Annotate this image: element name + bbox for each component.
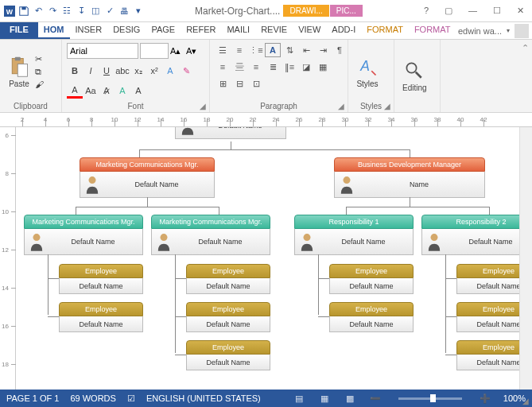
qat-icon-5[interactable]: ↧ bbox=[75, 5, 87, 17]
org-box-l2-1[interactable]: Business Development ManagerName bbox=[334, 157, 485, 198]
editing-button[interactable]: Editing bbox=[399, 58, 430, 94]
read-mode-icon[interactable]: ▤ bbox=[292, 392, 306, 405]
tab-view[interactable]: VIEW bbox=[293, 22, 326, 39]
cut-icon[interactable]: ✂ bbox=[35, 54, 44, 64]
proofing-icon[interactable]: ☑ bbox=[127, 393, 135, 404]
user-account[interactable]: edwin wa... ▾ bbox=[458, 22, 532, 39]
tab-mailings[interactable]: MAILI bbox=[221, 22, 255, 39]
zoom-thumb[interactable] bbox=[430, 394, 436, 402]
paste-button[interactable]: Paste bbox=[5, 54, 33, 90]
font-color-icon[interactable]: A bbox=[67, 83, 83, 99]
print-icon[interactable]: 🖶 bbox=[118, 5, 130, 17]
org-box-l3-0[interactable]: Marketing Communications Mgr.Default Nam… bbox=[24, 215, 143, 255]
ruler-vertical[interactable]: 681012141618 bbox=[0, 127, 16, 390]
clipboard-dialog-launcher-icon[interactable]: ◢ bbox=[522, 397, 529, 405]
org-box-l3-1[interactable]: Marketing Communications Mgr.Default Nam… bbox=[151, 215, 270, 255]
org-box-l3-2[interactable]: Responsibility 1Default Name bbox=[294, 215, 414, 255]
close-icon[interactable]: ✕ bbox=[512, 4, 529, 17]
tab-page-layout[interactable]: PAGE bbox=[146, 22, 181, 39]
bullets-icon[interactable]: ☰ bbox=[215, 43, 231, 57]
minimize-icon[interactable]: — bbox=[464, 4, 482, 17]
print-layout-icon[interactable]: ▦ bbox=[317, 392, 332, 405]
underline-button[interactable]: U bbox=[99, 63, 115, 79]
tab-home[interactable]: HOM bbox=[38, 22, 70, 39]
font-size-select[interactable] bbox=[140, 43, 169, 59]
decrease-indent-icon[interactable]: ⇤ bbox=[298, 43, 314, 57]
zoom-out-icon[interactable]: ➖ bbox=[368, 392, 382, 405]
language-indicator[interactable]: ENGLISH (UNITED STATES) bbox=[146, 393, 261, 403]
undo-icon[interactable]: ↶ bbox=[32, 5, 45, 17]
para-extra-2[interactable]: ⊟ bbox=[231, 76, 247, 91]
org-box-l2-0[interactable]: Marketing Communications Mgr.Default Nam… bbox=[80, 157, 215, 198]
tab-references[interactable]: REFER bbox=[181, 22, 221, 39]
show-marks-icon[interactable]: ¶ bbox=[332, 43, 348, 57]
line-spacing-icon[interactable]: ‖≡ bbox=[282, 60, 297, 74]
org-box-emp-3-1[interactable]: EmployeeDefault Name bbox=[456, 302, 519, 332]
redo-icon[interactable]: ↷ bbox=[46, 5, 59, 17]
page-indicator[interactable]: PAGE 1 OF 1 bbox=[6, 393, 59, 403]
org-box-emp-1-0[interactable]: EmployeeDefault Name bbox=[186, 264, 270, 294]
strikethrough-button[interactable]: abc bbox=[115, 63, 130, 79]
org-box-l3-3[interactable]: Responsibility 2Default Name bbox=[421, 215, 519, 255]
align-center-icon[interactable]: 亖 bbox=[231, 60, 247, 74]
multilevel-icon[interactable]: ⋮≡ bbox=[248, 43, 264, 57]
change-case-icon[interactable]: Aa bbox=[83, 83, 99, 99]
org-box-emp-3-0[interactable]: EmployeeDefault Name bbox=[456, 264, 519, 294]
align-right-icon[interactable]: ≡ bbox=[248, 60, 264, 74]
clear-formatting-icon[interactable]: A̷ bbox=[99, 83, 115, 99]
para-extra-1[interactable]: ⊞ bbox=[215, 76, 231, 91]
tab-insert[interactable]: INSER bbox=[70, 22, 108, 39]
borders-icon[interactable]: ▦ bbox=[315, 60, 331, 74]
tab-format-drawing[interactable]: FORMAT bbox=[361, 22, 409, 39]
format-painter-icon[interactable]: 🖌 bbox=[35, 79, 44, 89]
org-box-emp-3-2[interactable]: EmployeeDefault Name bbox=[456, 340, 519, 370]
org-box-top[interactable]: Default Name bbox=[175, 127, 286, 139]
sort-icon[interactable]: ⇅ bbox=[282, 43, 297, 57]
org-box-emp-2-0[interactable]: EmployeeDefault Name bbox=[329, 264, 414, 294]
text-effects-icon[interactable]: A bbox=[162, 63, 178, 79]
tab-format-picture[interactable]: FORMAT bbox=[409, 22, 456, 39]
document-canvas[interactable]: Default NameMarketing Communications Mgr… bbox=[16, 127, 519, 390]
increase-indent-icon[interactable]: ⇥ bbox=[315, 43, 331, 57]
zoom-slider[interactable] bbox=[398, 397, 462, 400]
vertical-scrollbar[interactable] bbox=[519, 127, 532, 390]
tab-review[interactable]: REVIE bbox=[255, 22, 293, 39]
qat-icon-4[interactable]: ☷ bbox=[60, 5, 73, 17]
zoom-in-icon[interactable]: ➕ bbox=[478, 392, 492, 405]
styles-dialog-launcher-icon[interactable]: ◢ bbox=[384, 102, 390, 110]
tab-file[interactable]: FILE bbox=[0, 22, 38, 39]
italic-button[interactable]: I bbox=[83, 63, 99, 79]
subscript-button[interactable]: x₂ bbox=[130, 63, 146, 79]
word-count[interactable]: 69 WORDS bbox=[70, 393, 115, 403]
collapse-ribbon-icon[interactable]: ⌃ bbox=[522, 43, 529, 53]
web-layout-icon[interactable]: ▩ bbox=[343, 392, 357, 405]
shading-icon[interactable]: ◪ bbox=[298, 60, 314, 74]
text-highlight-icon[interactable]: A bbox=[115, 83, 130, 99]
ruler-horizontal[interactable]: 24681012141618202224262830323436384042 bbox=[0, 113, 532, 127]
font-btn-extra[interactable]: A bbox=[130, 83, 146, 99]
numbering-icon[interactable]: ≡ bbox=[231, 43, 247, 57]
grow-font-icon[interactable]: A▴ bbox=[170, 46, 184, 56]
org-box-emp-1-1[interactable]: EmployeeDefault Name bbox=[186, 302, 270, 332]
superscript-button[interactable]: x² bbox=[146, 63, 162, 79]
maximize-icon[interactable]: ☐ bbox=[488, 4, 506, 17]
tab-design[interactable]: DESIG bbox=[107, 22, 146, 39]
help-icon[interactable]: ? bbox=[419, 4, 433, 17]
font-dialog-launcher-icon[interactable]: ◢ bbox=[200, 102, 206, 110]
save-icon[interactable] bbox=[17, 5, 30, 17]
paragraph-dialog-launcher-icon[interactable]: ◢ bbox=[338, 102, 344, 110]
org-box-emp-1-2[interactable]: EmployeeDefault Name bbox=[186, 340, 270, 370]
font-family-select[interactable] bbox=[67, 43, 138, 59]
ribbon-options-icon[interactable]: ▢ bbox=[440, 4, 457, 17]
qat-dropdown-icon[interactable]: ▾ bbox=[132, 5, 145, 17]
justify-icon[interactable]: ≣ bbox=[265, 60, 281, 74]
text-box-a-icon[interactable]: A bbox=[265, 43, 281, 57]
highlight-icon[interactable]: ✎ bbox=[178, 63, 194, 79]
styles-button[interactable]: A Styles bbox=[353, 54, 382, 90]
qat-icon-6[interactable]: ◫ bbox=[89, 5, 102, 17]
align-left-icon[interactable]: ≡ bbox=[215, 60, 231, 74]
para-extra-3[interactable]: ⊡ bbox=[248, 76, 264, 91]
org-box-emp-2-1[interactable]: EmployeeDefault Name bbox=[329, 302, 414, 332]
tab-addins[interactable]: ADD-I bbox=[326, 22, 361, 39]
org-box-emp-0-1[interactable]: EmployeeDefault Name bbox=[59, 302, 143, 332]
